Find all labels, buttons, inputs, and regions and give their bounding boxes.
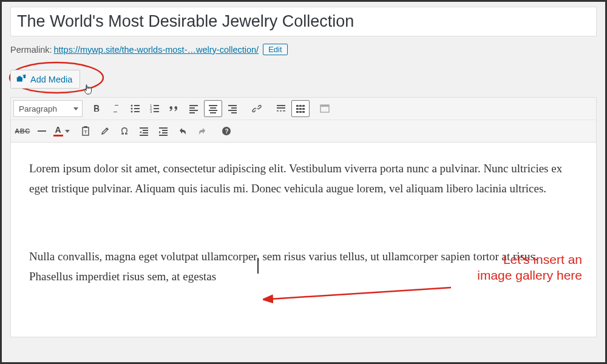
fullscreen-button[interactable] xyxy=(316,99,334,118)
svg-rect-36 xyxy=(296,111,299,113)
undo-button[interactable] xyxy=(174,122,192,140)
align-center-button[interactable] xyxy=(204,100,222,117)
svg-rect-23 xyxy=(228,110,237,111)
svg-rect-50 xyxy=(162,130,168,131)
editor-toolbar: Paragraph 123 ABC A xyxy=(11,98,596,143)
svg-rect-49 xyxy=(159,127,168,129)
svg-rect-10 xyxy=(154,108,159,109)
svg-rect-22 xyxy=(231,107,237,109)
chevron-down-icon xyxy=(73,107,78,110)
indent-button[interactable] xyxy=(154,122,172,140)
add-media-button[interactable]: Add Media xyxy=(10,70,80,89)
edit-permalink-button[interactable]: Edit xyxy=(263,44,287,55)
svg-rect-41 xyxy=(38,130,46,132)
horizontal-rule-button[interactable] xyxy=(33,122,51,140)
svg-rect-38 xyxy=(302,111,305,113)
bold-button[interactable] xyxy=(87,99,106,118)
numbered-list-button[interactable]: 123 xyxy=(146,99,164,118)
outdent-button[interactable] xyxy=(135,122,153,140)
chevron-down-icon xyxy=(65,130,70,133)
post-title-input[interactable] xyxy=(10,7,597,36)
svg-rect-26 xyxy=(277,107,285,109)
special-char-button[interactable] xyxy=(115,122,134,140)
camera-music-icon xyxy=(16,73,27,86)
svg-rect-35 xyxy=(302,108,305,110)
svg-rect-6 xyxy=(134,111,140,112)
svg-rect-27 xyxy=(277,110,279,112)
svg-rect-30 xyxy=(296,105,299,107)
svg-rect-32 xyxy=(302,105,305,107)
svg-rect-43 xyxy=(84,126,87,128)
link-button[interactable] xyxy=(248,99,266,118)
redo-button[interactable] xyxy=(193,122,211,140)
blockquote-button[interactable] xyxy=(165,99,183,118)
italic-button[interactable] xyxy=(107,99,125,118)
permalink-link[interactable]: https://mywp.site/the-worlds-most-…welry… xyxy=(54,45,259,55)
svg-rect-14 xyxy=(189,107,195,109)
permalink-row: Permalink: https://mywp.site/the-worlds-… xyxy=(10,44,597,55)
svg-rect-24 xyxy=(231,112,237,113)
text-color-button[interactable]: A xyxy=(52,122,70,140)
svg-rect-12 xyxy=(154,111,159,112)
svg-rect-40 xyxy=(320,105,329,107)
svg-rect-18 xyxy=(210,107,216,109)
clear-formatting-button[interactable] xyxy=(96,122,114,140)
svg-rect-19 xyxy=(209,110,217,111)
add-media-label: Add Media xyxy=(30,75,72,84)
toolbar-toggle-button[interactable] xyxy=(291,100,310,117)
svg-rect-4 xyxy=(134,108,140,109)
editor-wrapper: Paragraph 123 ABC A xyxy=(10,97,597,337)
cursor-pointer-icon xyxy=(83,84,93,98)
paste-text-button[interactable]: T xyxy=(76,122,95,140)
svg-text:T: T xyxy=(84,129,87,135)
svg-rect-8 xyxy=(154,105,159,106)
svg-text:3: 3 xyxy=(150,110,152,113)
paragraph: Lorem ipsum dolor sit amet, consectetur … xyxy=(29,158,578,199)
empty-paragraph xyxy=(29,212,578,233)
svg-rect-52 xyxy=(159,135,168,136)
help-button[interactable]: ? xyxy=(217,122,236,140)
svg-rect-25 xyxy=(277,105,285,106)
svg-rect-47 xyxy=(143,132,148,133)
svg-rect-2 xyxy=(134,105,140,106)
svg-rect-17 xyxy=(209,105,217,106)
align-left-button[interactable] xyxy=(185,99,203,118)
svg-rect-34 xyxy=(299,108,302,110)
svg-text:?: ? xyxy=(225,128,229,135)
svg-rect-31 xyxy=(299,105,302,107)
editor-content[interactable]: Lorem ipsum dolor sit amet, consectetur … xyxy=(11,143,596,337)
permalink-label: Permalink: xyxy=(10,45,52,55)
svg-rect-13 xyxy=(189,105,198,106)
svg-rect-48 xyxy=(140,135,148,136)
format-select[interactable]: Paragraph xyxy=(13,100,83,117)
paragraph: Nulla convallis, magna eget volutpat ull… xyxy=(29,246,578,287)
svg-rect-51 xyxy=(162,132,168,133)
svg-rect-16 xyxy=(189,112,195,113)
bulleted-list-button[interactable] xyxy=(126,99,144,118)
svg-rect-45 xyxy=(140,127,148,129)
svg-rect-20 xyxy=(210,112,216,113)
svg-rect-28 xyxy=(280,110,282,112)
strikethrough-button[interactable]: ABC xyxy=(13,122,32,140)
svg-rect-15 xyxy=(189,110,198,111)
svg-point-1 xyxy=(131,105,133,107)
svg-rect-21 xyxy=(228,105,237,106)
align-right-button[interactable] xyxy=(223,99,242,118)
svg-rect-33 xyxy=(296,108,299,110)
svg-point-5 xyxy=(131,111,133,113)
svg-point-3 xyxy=(131,108,133,110)
svg-rect-46 xyxy=(143,130,148,131)
insert-more-button[interactable] xyxy=(272,99,290,118)
svg-rect-37 xyxy=(299,111,302,113)
text-caret-icon xyxy=(257,258,259,274)
svg-rect-29 xyxy=(283,110,285,112)
